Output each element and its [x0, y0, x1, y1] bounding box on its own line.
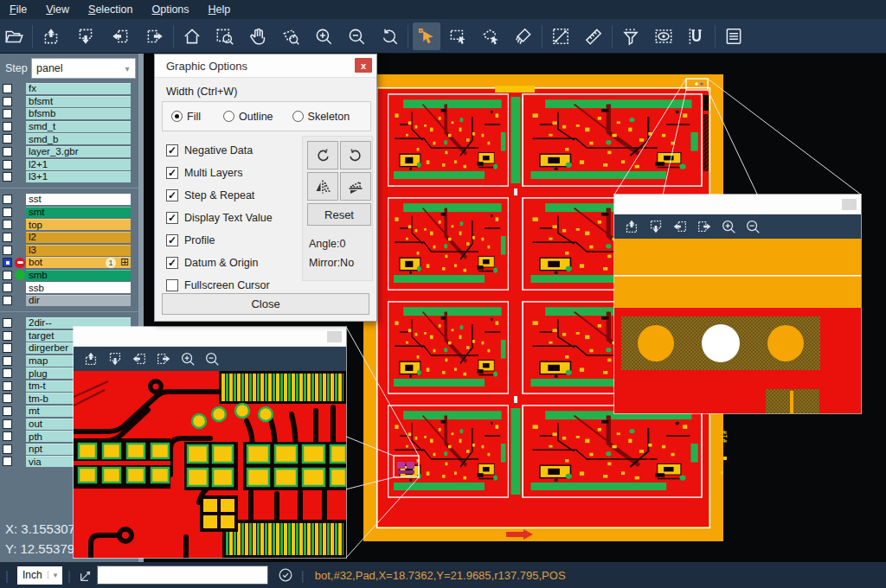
filter-button[interactable]: [617, 22, 645, 50]
inset-window-button[interactable]: [327, 331, 342, 342]
pan-right-button[interactable]: [141, 22, 169, 50]
pan-up-button[interactable]: [620, 216, 644, 237]
layer-row-dir[interactable]: dir: [0, 295, 138, 306]
radio-outline[interactable]: Outline: [223, 111, 273, 123]
layer-checkbox[interactable]: [3, 381, 12, 391]
zoom-window-bottom-left[interactable]: [74, 327, 346, 558]
layer-checkbox[interactable]: [3, 356, 12, 366]
checkbox-profile[interactable]: ✓Profile: [166, 229, 273, 252]
layer-checkbox[interactable]: [3, 457, 12, 466]
pan-down-button[interactable]: [103, 348, 127, 369]
close-icon[interactable]: x: [355, 58, 372, 73]
layer-row-smd_t[interactable]: smd_t: [0, 121, 138, 132]
layer-row-smb[interactable]: smb: [0, 270, 138, 281]
layer-checkbox[interactable]: [3, 109, 12, 118]
pan-up-button[interactable]: [37, 22, 65, 50]
measure-distance-button[interactable]: [547, 22, 575, 50]
layers-panel-button[interactable]: [720, 22, 748, 50]
checkbox-display-text-value[interactable]: ✓Display Text Value: [166, 207, 273, 229]
layer-label[interactable]: l3+1: [26, 171, 131, 182]
layer-checkbox[interactable]: [3, 246, 12, 255]
layer-row-l3[interactable]: l3: [0, 245, 138, 256]
checkbox-step-repeat[interactable]: ✓Step & Repeat: [166, 184, 273, 207]
pan-right-button[interactable]: [151, 348, 176, 369]
layer-row-smt[interactable]: smt: [0, 207, 138, 218]
layer-checkbox[interactable]: [3, 271, 12, 280]
menu-selection[interactable]: Selection: [79, 0, 142, 19]
mirror-vertical-button[interactable]: [307, 172, 338, 201]
zoom-window-button[interactable]: [211, 22, 239, 50]
select-rectangle-button[interactable]: [444, 22, 472, 50]
checkbox-datum-origin[interactable]: ✓Datum & Origin: [166, 252, 273, 274]
layer-label[interactable]: bfsmb: [26, 108, 131, 119]
zoom-out-button[interactable]: [741, 216, 765, 237]
layer-checkbox[interactable]: [3, 84, 12, 93]
layer-checkbox[interactable]: [3, 195, 12, 204]
clean-brush-button[interactable]: [510, 22, 537, 50]
select-tool-button[interactable]: [413, 22, 440, 50]
layer-row-l3+1[interactable]: l3+1: [0, 171, 138, 182]
open-file-button[interactable]: [0, 22, 28, 50]
dialog-titlebar[interactable]: Graphic Options x: [155, 54, 376, 78]
unit-select[interactable]: Inch ▾: [17, 566, 62, 585]
rotate-cw-button[interactable]: [307, 141, 338, 169]
layer-label[interactable]: bot1⊞: [26, 257, 131, 268]
layer-row-sst[interactable]: sst: [0, 194, 138, 205]
layer-checkbox[interactable]: [3, 160, 12, 169]
layer-label[interactable]: smd_t: [26, 121, 131, 132]
layer-checkbox[interactable]: [3, 393, 12, 403]
layer-label[interactable]: layer_3.gbr: [26, 146, 131, 157]
zoom-out-button[interactable]: [200, 348, 224, 369]
inset-window-button[interactable]: [842, 199, 857, 210]
menu-view[interactable]: View: [36, 0, 79, 19]
layer-checkbox[interactable]: [3, 444, 12, 454]
layer-checkbox[interactable]: [3, 406, 12, 416]
layer-checkbox[interactable]: [3, 208, 12, 217]
reset-button[interactable]: Reset: [307, 203, 371, 226]
menu-options[interactable]: Options: [142, 0, 198, 19]
rotate-ccw-button[interactable]: [340, 141, 371, 169]
layer-row-top[interactable]: top: [0, 219, 138, 230]
layer-row-smd_b[interactable]: smd_b: [0, 133, 138, 144]
layer-checkbox[interactable]: [3, 419, 12, 429]
pan-up-button[interactable]: [79, 348, 103, 369]
zoom-out-button[interactable]: [343, 22, 370, 50]
radio-skeleton[interactable]: Skeleton: [292, 111, 350, 123]
inset-titlebar[interactable]: [74, 327, 346, 347]
layer-label[interactable]: smb: [26, 270, 131, 281]
select-polygon-button[interactable]: [477, 22, 504, 50]
layer-label[interactable]: top: [26, 219, 131, 230]
pan-down-button[interactable]: [72, 22, 100, 50]
close-button[interactable]: Close: [162, 293, 369, 315]
zoom-home-button[interactable]: [178, 22, 206, 50]
layer-label[interactable]: dir: [26, 295, 131, 306]
zoom-in-button[interactable]: [176, 348, 200, 369]
apply-circle-icon[interactable]: [275, 565, 296, 585]
menu-file[interactable]: File: [0, 0, 36, 19]
menu-help[interactable]: Help: [199, 0, 241, 19]
pan-left-button[interactable]: [106, 22, 134, 50]
layer-label[interactable]: bfsmt: [26, 96, 131, 107]
layer-label[interactable]: sst: [26, 194, 131, 205]
layer-row-ssb[interactable]: ssb: [0, 282, 138, 293]
measure-ruler-button[interactable]: [580, 22, 607, 50]
layer-checkbox[interactable]: [3, 283, 12, 292]
radio-fill[interactable]: Fill: [171, 111, 201, 123]
pan-left-button[interactable]: [127, 348, 151, 369]
layer-label[interactable]: smd_b: [26, 133, 131, 144]
layer-row-fx[interactable]: fx: [0, 83, 138, 94]
angle-measure-icon[interactable]: [76, 565, 97, 585]
layer-checkbox[interactable]: [3, 331, 12, 341]
layer-checkbox[interactable]: [3, 220, 12, 229]
layer-row-bfsmt[interactable]: bfsmt: [0, 96, 138, 107]
layer-label[interactable]: l2+1: [26, 159, 131, 170]
layer-label[interactable]: ssb: [26, 282, 131, 293]
checkbox-negative-data[interactable]: ✓Negative Data: [166, 139, 273, 162]
zoom-in-button[interactable]: [310, 22, 337, 50]
layer-checkbox[interactable]: [3, 368, 12, 378]
zoom-previous-button[interactable]: [376, 22, 403, 50]
layer-checkbox[interactable]: [3, 97, 12, 106]
view-options-button[interactable]: [650, 22, 677, 50]
zoom-in-button[interactable]: [716, 216, 741, 237]
layer-checkbox[interactable]: [3, 134, 12, 144]
